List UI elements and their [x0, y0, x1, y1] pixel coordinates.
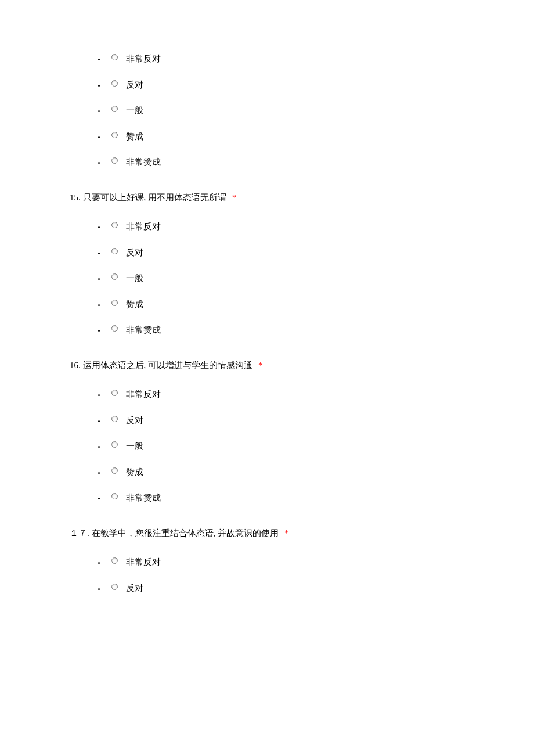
options-list: 非常反对反对 [70, 556, 464, 595]
required-star: * [284, 528, 289, 538]
required-star: * [258, 361, 263, 370]
option-label: 一般 [126, 272, 143, 285]
question-title: 15. 只要可以上好课, 用不用体态语无所谓* [70, 191, 464, 204]
question-title-text: 16. 运用体态语之后, 可以增进与学生的情感沟通 [70, 361, 252, 370]
radio-icon[interactable] [111, 441, 118, 448]
option-label: 非常赞成 [126, 156, 161, 169]
question-title: １７. 在教学中，您很注重结合体态语, 并故意识的使用* [70, 527, 464, 540]
radio-icon[interactable] [111, 157, 118, 164]
radio-icon[interactable] [111, 390, 118, 396]
option-item: 一般 [106, 440, 464, 453]
radio-icon[interactable] [111, 493, 118, 499]
option-label: 反对 [126, 414, 143, 427]
option-item: 非常赞成 [106, 156, 464, 169]
option-item: 赞成 [106, 130, 464, 143]
radio-icon[interactable] [111, 106, 118, 112]
radio-icon[interactable] [111, 80, 118, 87]
option-label: 反对 [126, 246, 143, 260]
radio-icon[interactable] [111, 54, 118, 60]
option-item: 一般 [106, 272, 464, 285]
option-item: 非常赞成 [106, 323, 464, 337]
option-label: 反对 [126, 582, 143, 595]
radio-icon[interactable] [111, 273, 118, 280]
option-item: 反对 [106, 582, 464, 595]
option-item: 一般 [106, 104, 464, 117]
option-label: 反对 [126, 78, 143, 92]
radio-icon[interactable] [111, 325, 118, 332]
radio-icon[interactable] [111, 416, 118, 422]
radio-icon[interactable] [111, 300, 118, 306]
option-label: 赞成 [126, 130, 143, 143]
radio-icon[interactable] [111, 222, 118, 228]
required-star: * [232, 193, 237, 202]
radio-icon[interactable] [111, 248, 118, 254]
option-item: 非常赞成 [106, 491, 464, 505]
question-title-text: 15. 只要可以上好课, 用不用体态语无所谓 [70, 193, 226, 202]
option-label: 非常反对 [126, 52, 161, 66]
options-list: 非常反对反对一般赞成非常赞成 [70, 220, 464, 337]
question-block: １７. 在教学中，您很注重结合体态语, 并故意识的使用*非常反对反对 [70, 527, 464, 595]
option-label: 非常反对 [126, 388, 161, 401]
option-label: 非常赞成 [126, 491, 161, 505]
option-item: 反对 [106, 78, 464, 92]
option-item: 非常反对 [106, 388, 464, 401]
option-item: 赞成 [106, 466, 464, 479]
question-block: 15. 只要可以上好课, 用不用体态语无所谓*非常反对反对一般赞成非常赞成 [70, 191, 464, 337]
question-block: 非常反对反对一般赞成非常赞成 [70, 52, 464, 169]
option-label: 一般 [126, 440, 143, 453]
options-list: 非常反对反对一般赞成非常赞成 [70, 52, 464, 169]
option-item: 反对 [106, 414, 464, 427]
option-label: 赞成 [126, 298, 143, 311]
option-item: 非常反对 [106, 52, 464, 66]
options-list: 非常反对反对一般赞成非常赞成 [70, 388, 464, 505]
question-title-text: １７. 在教学中，您很注重结合体态语, 并故意识的使用 [70, 528, 279, 538]
option-label: 赞成 [126, 466, 143, 479]
radio-icon[interactable] [111, 467, 118, 474]
option-item: 赞成 [106, 298, 464, 311]
option-item: 非常反对 [106, 556, 464, 569]
option-label: 非常反对 [126, 556, 161, 569]
question-title: 16. 运用体态语之后, 可以增进与学生的情感沟通* [70, 359, 464, 372]
option-item: 反对 [106, 246, 464, 260]
question-block: 16. 运用体态语之后, 可以增进与学生的情感沟通*非常反对反对一般赞成非常赞成 [70, 359, 464, 505]
radio-icon[interactable] [111, 132, 118, 138]
option-item: 非常反对 [106, 220, 464, 233]
option-label: 非常反对 [126, 220, 161, 233]
option-label: 非常赞成 [126, 323, 161, 337]
radio-icon[interactable] [111, 557, 118, 564]
option-label: 一般 [126, 104, 143, 117]
radio-icon[interactable] [111, 584, 118, 590]
